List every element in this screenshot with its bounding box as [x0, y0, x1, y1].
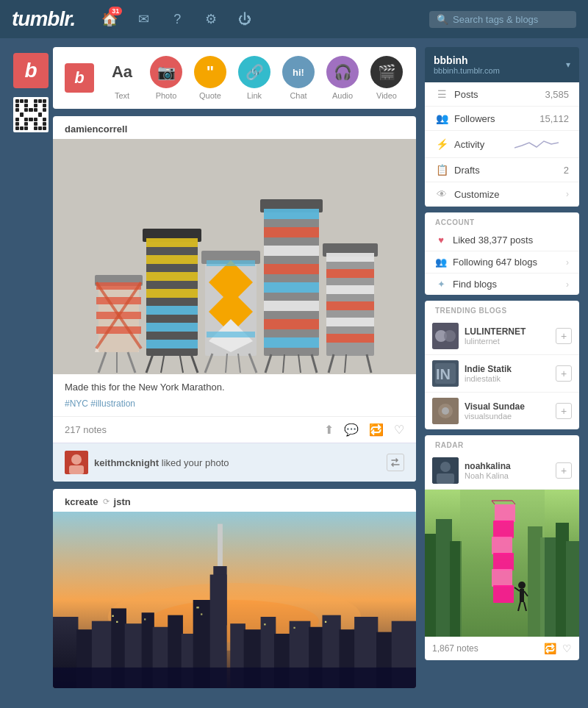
svg-rect-37: [326, 253, 374, 262]
radar-like-icon[interactable]: ♡: [562, 643, 572, 654]
posts-icon: ☰: [435, 88, 448, 100]
customize-stat-row[interactable]: 👁 Customize ›: [425, 182, 579, 207]
power-nav-button[interactable]: ⏻: [231, 5, 259, 33]
liked-user-name[interactable]: keithmcknight: [94, 457, 159, 468]
post-reblog-2[interactable]: jstn: [114, 496, 131, 507]
find-blogs-arrow-icon: ›: [566, 279, 569, 290]
liked-action-text: liked your photo: [162, 457, 229, 468]
trending-blog-indie: IN Indie Statik indiestatik +: [425, 355, 579, 393]
radar-user-row: noahkalina Noah Kalina +: [425, 452, 579, 490]
qr-avatar: [13, 97, 49, 132]
indie-info: Indie Statik indiestatik: [465, 364, 550, 383]
drafts-label: Drafts: [454, 165, 558, 176]
chat-label: Chat: [290, 91, 306, 100]
activity-stat-row[interactable]: ⚡ Activity: [425, 131, 579, 158]
logo[interactable]: tumblr.: [12, 7, 75, 31]
post-tag[interactable]: #NYC #illustration: [65, 398, 135, 409]
compose-audio-button[interactable]: 🎧 Audio: [326, 56, 359, 100]
compose-chat-button[interactable]: hi! Chat: [282, 56, 315, 100]
svg-rect-29: [264, 246, 319, 256]
svg-rect-31: [264, 282, 319, 293]
video-icon: 🎬: [378, 63, 396, 81]
svg-rect-115: [450, 541, 462, 637]
radar-notes: 1,867 notes: [432, 643, 538, 654]
svg-rect-3: [96, 282, 141, 290]
search-input[interactable]: [453, 14, 569, 25]
settings-nav-button[interactable]: ⚙: [197, 5, 225, 33]
find-blogs-icon: ✦: [435, 279, 447, 290]
home-nav-button[interactable]: 🏠 31: [96, 5, 123, 33]
svg-rect-93: [116, 621, 118, 623]
share-icon[interactable]: ⬆: [324, 423, 334, 437]
follow-visual-button[interactable]: +: [556, 403, 572, 419]
radar-reblog-icon[interactable]: 🔁: [544, 643, 556, 654]
liked-posts-link[interactable]: ♥ Liked 38,377 posts: [425, 229, 579, 251]
svg-line-44: [128, 352, 135, 373]
posts-stat-row[interactable]: ☰ Posts 3,585: [425, 82, 579, 107]
lulinternet-name: LULINTERNET: [465, 326, 550, 337]
svg-line-57: [298, 354, 301, 373]
svg-point-62: [71, 454, 82, 465]
post-author-2[interactable]: kcreate: [65, 496, 98, 507]
followers-stat-row[interactable]: 👥 Followers 15,112: [425, 107, 579, 131]
posts-label: Posts: [454, 89, 539, 100]
post-author-1[interactable]: damiencorrell: [65, 124, 127, 135]
blog-name: bbbinh: [434, 54, 500, 66]
drafts-icon: 📋: [435, 164, 448, 176]
post-caption-1: Made this for the New York Marathon.: [53, 374, 416, 396]
svg-point-108: [442, 407, 449, 415]
video-label: Video: [376, 91, 397, 100]
svg-point-110: [440, 462, 451, 472]
mail-nav-button[interactable]: ✉: [129, 5, 157, 33]
compose-box: b Aa Text 📷 Photo " Quote: [53, 47, 416, 109]
follow-noah-button[interactable]: +: [556, 462, 572, 479]
quote-label: Quote: [199, 91, 221, 100]
compose-photo-button[interactable]: 📷 Photo: [150, 56, 182, 100]
following-link[interactable]: 👥 Following 647 blogs ›: [425, 251, 579, 273]
svg-line-56: [283, 354, 284, 373]
followers-label: Followers: [454, 113, 534, 124]
noah-url: Noah Kalina: [465, 471, 550, 480]
help-nav-button[interactable]: ?: [163, 5, 191, 33]
noah-name: noahkalina: [465, 461, 550, 471]
svg-rect-4: [96, 297, 141, 304]
post-card-1: damiencorrell: [53, 116, 416, 482]
compose-video-button[interactable]: 🎬 Video: [370, 56, 403, 100]
svg-rect-41: [326, 318, 374, 326]
user-avatar[interactable]: b: [13, 53, 49, 88]
compose-quote-button[interactable]: " Quote: [194, 56, 226, 100]
followers-value: 15,112: [539, 113, 569, 124]
chevron-down-icon: ▾: [566, 60, 570, 70]
svg-rect-119: [566, 541, 579, 637]
svg-rect-125: [492, 569, 512, 587]
follow-lulinternet-button[interactable]: +: [556, 328, 572, 344]
radar-actions: 🔁 ♡: [544, 643, 572, 654]
like-icon[interactable]: ♡: [394, 423, 404, 437]
svg-rect-95: [196, 607, 198, 608]
blog-header[interactable]: bbbinh bbbinh.tumblr.com ▾: [425, 47, 579, 82]
drafts-stat-row[interactable]: 📋 Drafts 2: [425, 158, 579, 182]
account-section: ACCOUNT ♥ Liked 38,377 posts 👥 Following…: [425, 212, 579, 295]
follow-indie-button[interactable]: +: [556, 365, 572, 382]
notification-badge: 31: [109, 7, 122, 15]
search-box[interactable]: 🔍: [429, 11, 576, 28]
post-tags-1: #NYC #illustration: [53, 396, 416, 416]
posts-value: 3,585: [545, 89, 569, 100]
svg-rect-92: [112, 615, 113, 617]
find-blogs-label: Find blogs: [453, 279, 560, 290]
reblog-small-icon[interactable]: [387, 454, 404, 471]
heart-icon: ♥: [435, 235, 447, 246]
compose-link-button[interactable]: 🔗 Link: [238, 56, 270, 100]
left-avatar-column: b: [9, 47, 53, 688]
header-nav: 🏠 31 ✉ ? ⚙ ⏻: [96, 5, 417, 33]
svg-line-51: [249, 354, 257, 373]
svg-line-54: [265, 354, 271, 373]
reblog-icon[interactable]: 🔁: [369, 423, 384, 437]
svg-rect-24: [207, 332, 255, 337]
compose-text-button[interactable]: Aa Text: [106, 56, 138, 100]
indie-avatar: IN: [432, 360, 459, 387]
customize-arrow-icon: ›: [566, 189, 569, 199]
comment-icon[interactable]: 💬: [344, 423, 359, 437]
find-blogs-link[interactable]: ✦ Find blogs ›: [425, 273, 579, 295]
post-card-2: kcreate ⟳ jstn: [53, 489, 416, 688]
